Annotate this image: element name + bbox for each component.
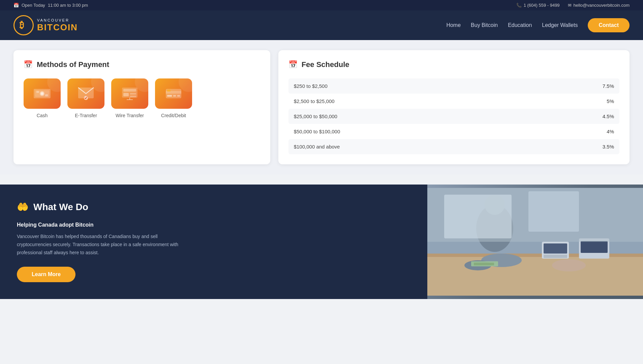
wire-label: Wire Transfer bbox=[116, 113, 144, 118]
etransfer-label: E-Transfer bbox=[75, 113, 97, 118]
methods-title: Methods of Payment bbox=[37, 60, 109, 69]
phone-icon: 📞 bbox=[516, 3, 522, 8]
svg-rect-5 bbox=[36, 91, 39, 93]
cards-row: 📅 Methods of Payment bbox=[13, 50, 630, 164]
fee-title: Fee Schedule bbox=[302, 60, 349, 69]
fee-row: $2,500 to $25,000 5% bbox=[288, 94, 619, 109]
email-address: hello@vancouverbitcoin.com bbox=[574, 3, 630, 8]
logo-text-bottom: BITCOIN bbox=[37, 22, 78, 33]
payment-methods-list: Cash E-Transfer bbox=[24, 78, 260, 118]
what-image-container bbox=[427, 185, 643, 299]
logo-text-top: VANCOUVER bbox=[37, 18, 78, 22]
fee-row: $50,000 to $100,000 4% bbox=[288, 124, 619, 139]
payment-item-wire: Wire Transfer bbox=[111, 78, 148, 118]
svg-rect-19 bbox=[173, 95, 176, 97]
methods-card: 📅 Methods of Payment bbox=[13, 50, 270, 164]
wire-icon-box bbox=[111, 78, 148, 109]
payment-item-credit: Credit/Debit bbox=[155, 78, 192, 118]
nav-education[interactable]: Education bbox=[508, 22, 532, 28]
top-bar: 📅 Open Today 11:00 am to 3:00 pm 📞 1 (60… bbox=[0, 0, 643, 10]
email-icon: ✉ bbox=[568, 3, 572, 8]
credit-icon-box bbox=[155, 78, 192, 109]
methods-header: 📅 Methods of Payment bbox=[24, 60, 260, 69]
counter-image bbox=[427, 185, 643, 299]
what-left: 🤲 What We Do Helping Canada adopt Bitcoi… bbox=[0, 185, 427, 299]
top-bar-right: 📞 1 (604) 559 - 9499 ✉ hello@vancouverbi… bbox=[516, 3, 630, 8]
svg-rect-12 bbox=[130, 93, 136, 95]
calendar-icon: 📅 bbox=[24, 60, 33, 69]
svg-text:₿: ₿ bbox=[20, 20, 24, 30]
fee-row: $250 to $2,500 7.5% bbox=[288, 78, 619, 94]
logo: ₿ VANCOUVER BITCOIN bbox=[13, 15, 78, 35]
fee-row: $100,000 and above 3.5% bbox=[288, 139, 619, 154]
logo-icon: ₿ bbox=[13, 15, 34, 35]
fee-percent: 4% bbox=[607, 129, 614, 134]
hours: 11:00 am to 3:00 pm bbox=[48, 3, 88, 8]
what-subtitle: Helping Canada adopt Bitcoin bbox=[17, 222, 410, 228]
nav-buy-bitcoin[interactable]: Buy Bitcoin bbox=[471, 22, 498, 28]
hands-icon: 🤲 bbox=[17, 201, 29, 212]
phone-info: 📞 1 (604) 559 - 9499 bbox=[516, 3, 560, 8]
fee-calendar-icon: 📅 bbox=[288, 60, 298, 69]
fee-range: $25,000 to $50,000 bbox=[294, 113, 337, 119]
fee-range: $2,500 to $25,000 bbox=[294, 98, 335, 104]
learn-more-button[interactable]: Learn More bbox=[17, 267, 75, 282]
header: ₿ VANCOUVER BITCOIN Home Buy Bitcoin Edu… bbox=[0, 10, 643, 40]
payment-item-cash: Cash bbox=[24, 78, 61, 118]
svg-rect-40 bbox=[427, 188, 643, 296]
svg-rect-13 bbox=[130, 96, 136, 97]
svg-rect-20 bbox=[177, 95, 180, 97]
fee-range: $100,000 and above bbox=[294, 144, 340, 150]
fee-range: $50,000 to $100,000 bbox=[294, 129, 340, 134]
fee-header: 📅 Fee Schedule bbox=[288, 60, 619, 69]
what-desc: Vancouver Bitcoin has helped thousands o… bbox=[17, 233, 185, 257]
fee-percent: 4.5% bbox=[603, 113, 614, 119]
contact-button[interactable]: Contact bbox=[588, 18, 630, 32]
svg-rect-18 bbox=[167, 95, 172, 97]
svg-rect-10 bbox=[123, 89, 136, 92]
main-content: 📅 Methods of Payment bbox=[0, 40, 643, 174]
what-title: What We Do bbox=[33, 202, 88, 212]
svg-point-4 bbox=[41, 92, 43, 95]
cash-icon-box bbox=[24, 78, 61, 109]
credit-label: Credit/Debit bbox=[161, 113, 186, 118]
cash-label: Cash bbox=[37, 113, 48, 118]
email-info: ✉ hello@vancouverbitcoin.com bbox=[568, 3, 630, 8]
nav-ledger-wallets[interactable]: Ledger Wallets bbox=[542, 22, 578, 28]
what-section: 🤲 What We Do Helping Canada adopt Bitcoi… bbox=[0, 185, 643, 299]
open-label: Open Today bbox=[22, 3, 45, 8]
what-header: 🤲 What We Do bbox=[17, 201, 410, 212]
fee-row: $25,000 to $50,000 4.5% bbox=[288, 109, 619, 124]
fee-percent: 3.5% bbox=[603, 144, 614, 150]
main-nav: Home Buy Bitcoin Education Ledger Wallet… bbox=[446, 18, 630, 32]
top-bar-left: 📅 Open Today 11:00 am to 3:00 pm bbox=[13, 3, 88, 8]
svg-rect-21 bbox=[167, 90, 171, 92]
svg-rect-11 bbox=[123, 93, 129, 96]
fee-range: $250 to $2,500 bbox=[294, 83, 328, 89]
fee-card: 📅 Fee Schedule $250 to $2,500 7.5% $2,50… bbox=[278, 50, 630, 164]
nav-home[interactable]: Home bbox=[446, 22, 461, 28]
svg-rect-6 bbox=[45, 94, 48, 96]
etransfer-icon-box bbox=[67, 78, 104, 109]
payment-item-etransfer: E-Transfer bbox=[67, 78, 104, 118]
logo-text: VANCOUVER BITCOIN bbox=[37, 18, 78, 33]
phone-number: 1 (604) 559 - 9499 bbox=[524, 3, 560, 8]
fee-percent: 5% bbox=[607, 98, 614, 104]
fee-percent: 7.5% bbox=[603, 83, 614, 89]
calendar-icon: 📅 bbox=[13, 3, 19, 8]
fee-table: $250 to $2,500 7.5% $2,500 to $25,000 5%… bbox=[288, 78, 619, 154]
